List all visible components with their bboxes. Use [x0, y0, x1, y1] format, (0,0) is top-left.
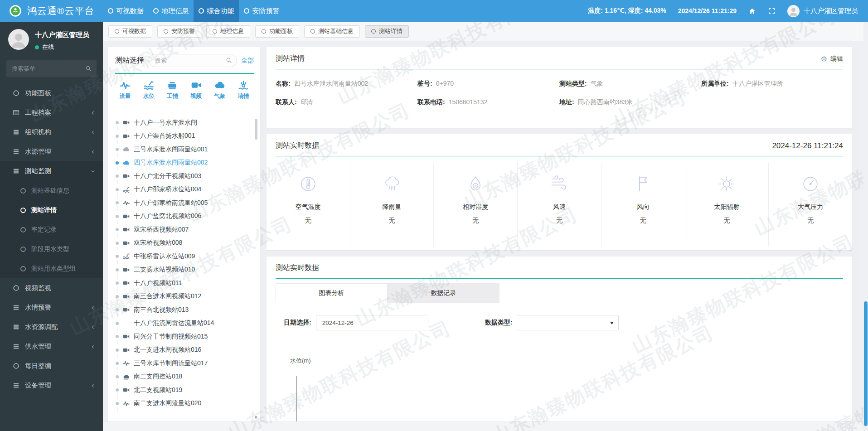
- open-tab[interactable]: 安防预警: [157, 25, 201, 38]
- station-filter-soil[interactable]: 墒情: [233, 79, 253, 100]
- station-filter-gate[interactable]: 工情: [162, 79, 182, 100]
- video-icon: [122, 239, 130, 247]
- tree-item[interactable]: 三号水库节制闸流量站017: [116, 357, 253, 370]
- station-filter-flow[interactable]: 流量: [115, 79, 135, 100]
- topbar-right: 温度: 1.16℃, 湿度: 44.03% 2024/12/26 11:21:2…: [588, 0, 868, 22]
- topbar-nav-item[interactable]: 可视数据: [103, 0, 148, 22]
- video-icon: [122, 119, 130, 126]
- page-scrollbar[interactable]: [863, 22, 868, 431]
- chart-tab[interactable]: 数据记录: [388, 283, 499, 303]
- data-type-select[interactable]: [517, 315, 619, 330]
- tree-item[interactable]: 北一支进水闸视频站016: [116, 344, 253, 357]
- sidebar-submenu-item[interactable]: 测站详情: [0, 200, 103, 220]
- tree-item-label: 南三合进水闸视频站012: [134, 292, 201, 300]
- sidebar-menu-item[interactable]: 测站监测: [0, 161, 103, 181]
- tree-item[interactable]: 十八户盐窝北视频站006: [116, 210, 253, 223]
- sidebar-menu-label: 设备管理: [25, 381, 51, 390]
- weather-readout: 温度: 1.16℃, 湿度: 44.03%: [588, 7, 666, 15]
- home-icon[interactable]: [748, 7, 756, 15]
- video-icon: [122, 306, 130, 314]
- sidebar-menu-item[interactable]: 供水管理: [0, 337, 103, 356]
- tree-scroll-down-icon[interactable]: ▼: [254, 416, 258, 420]
- sidebar-menu-item[interactable]: 每日整编: [0, 356, 103, 376]
- tree-bullet-icon: [116, 268, 119, 271]
- field-label: 地址:: [559, 98, 574, 107]
- sidebar-submenu-item[interactable]: 测站用水类型组: [0, 259, 103, 278]
- chevl-icon: [90, 383, 96, 388]
- open-tab-label: 安防预警: [171, 27, 195, 35]
- metric-card: 大气压力无: [768, 163, 852, 247]
- list-icon: [12, 343, 20, 350]
- tree-item[interactable]: 南三合北视频站013: [116, 303, 253, 317]
- sidebar-submenu-item[interactable]: 阶段用水类型: [0, 239, 103, 259]
- tree-item[interactable]: 双宋桥视频站008: [116, 237, 253, 250]
- tree-item[interactable]: 十八户渠首扬水船001: [116, 130, 253, 143]
- tree-item[interactable]: 十八户邵家桥水位站004: [116, 183, 253, 197]
- chevd-icon: [90, 169, 96, 174]
- topbar-nav-item[interactable]: 地理信息: [148, 0, 194, 22]
- tree-item[interactable]: 四号水库泄水闸雨量站002: [116, 156, 253, 170]
- open-tab[interactable]: 地理信息: [206, 25, 250, 38]
- profile-avatar-icon[interactable]: [8, 29, 29, 50]
- tree-item[interactable]: 十八户混流闸雷达流量站014: [116, 317, 253, 330]
- topbar-nav-item[interactable]: 安防预警: [239, 0, 284, 22]
- open-tab[interactable]: 测站基础信息: [304, 25, 360, 38]
- page-scrollbar-thumb[interactable]: [864, 301, 868, 426]
- flow-icon: [119, 79, 131, 91]
- circle-icon: [12, 89, 20, 97]
- tree-item[interactable]: 三号水库泄水闸雨量站001: [116, 143, 253, 156]
- edit-button[interactable]: 编辑: [820, 55, 843, 63]
- chevl-icon: [90, 110, 96, 116]
- sidebar-menu-label: 水情预警: [25, 303, 51, 312]
- open-tab[interactable]: 测站详情: [365, 25, 409, 38]
- metric-label: 降雨量: [383, 203, 402, 211]
- station-filter-video[interactable]: 视频: [186, 79, 206, 100]
- tree-item[interactable]: 十八户一号水库泄水闸: [116, 116, 253, 130]
- station-tree: 十八户一号水库泄水闸十八户渠首扬水船001三号水库泄水闸雨量站001四号水库泄水…: [116, 116, 253, 416]
- topbar-nav-item[interactable]: 综合功能: [194, 0, 239, 22]
- sidebar-menu-item[interactable]: 组织机构: [0, 122, 103, 142]
- open-tab[interactable]: 功能面板: [255, 25, 299, 38]
- sidebar-search-input[interactable]: [6, 60, 97, 77]
- tree-bullet-icon: [116, 362, 119, 365]
- tree-item[interactable]: 北二支视频站019: [116, 383, 253, 397]
- tree-item[interactable]: 南三合进水闸视频站012: [116, 290, 253, 304]
- radio-icon: [371, 29, 376, 34]
- tree-item-label: 中张桥雷达水位站009: [134, 252, 195, 261]
- metric-value: 无: [807, 217, 814, 225]
- tree-scrollbar[interactable]: [255, 119, 257, 140]
- chart-tab[interactable]: 图表分析: [276, 283, 388, 303]
- station-filter-cloud[interactable]: 气象: [210, 79, 230, 100]
- tree-item[interactable]: 南二支进水闸流量站020: [116, 397, 253, 411]
- gate-icon: [122, 373, 130, 381]
- metric-label: 空气温度: [296, 203, 321, 211]
- user-menu[interactable]: 十八户灌区管理员: [787, 5, 858, 17]
- sidebar-menu-item[interactable]: 功能面板: [0, 83, 103, 103]
- tree-item[interactable]: 十八户视频站011: [116, 276, 253, 290]
- tree-item[interactable]: 十八户北分干视频站003: [116, 169, 253, 183]
- open-tab[interactable]: 可视数据: [108, 25, 152, 38]
- tree-bullet-icon: [116, 295, 119, 298]
- sidebar-menu-item[interactable]: 工程档案: [0, 103, 103, 122]
- sidebar-menu-item[interactable]: 水资源调配: [0, 317, 103, 337]
- sidebar-menu-item[interactable]: 视频监视: [0, 278, 103, 298]
- fullscreen-icon[interactable]: [768, 7, 776, 15]
- profile-name: 十八户灌区管理员: [35, 29, 89, 39]
- tree-item[interactable]: 中张桥雷达水位站009: [116, 250, 253, 263]
- tree-item[interactable]: 同兴分干节制闸视频站015: [116, 330, 253, 344]
- station-filter-level[interactable]: 水位: [139, 79, 159, 100]
- panel-icon: [12, 109, 20, 116]
- sidebar-submenu-item[interactable]: 率定记录: [0, 220, 103, 239]
- sidebar-menu-item[interactable]: 水情预警: [0, 298, 103, 317]
- tree-item[interactable]: 双宋桥西视频站007: [116, 223, 253, 237]
- sidebar-menu-item[interactable]: 设备管理: [0, 376, 103, 395]
- tree-item[interactable]: 南二支闸控站018: [116, 370, 253, 384]
- date-picker[interactable]: 2024-12-26: [316, 315, 428, 330]
- tree-item[interactable]: 十八户邵家桥南流量站005: [116, 196, 253, 210]
- tree-item-label: 十八户邵家桥水位站004: [134, 185, 201, 194]
- sidebar-menu-item[interactable]: 水源管理: [0, 142, 103, 161]
- all-stations-link[interactable]: 全部: [241, 57, 254, 65]
- station-search-input[interactable]: [148, 54, 237, 67]
- sidebar-submenu-item[interactable]: 测站基础信息: [0, 181, 103, 200]
- tree-item[interactable]: 三支扬水站视频站010: [116, 263, 253, 277]
